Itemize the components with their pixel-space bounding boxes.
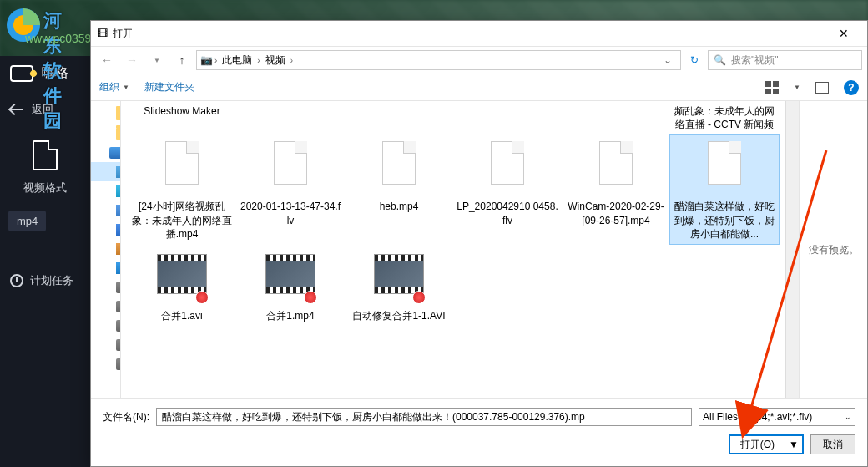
dialog-toolbar: 组织▼ 新建文件夹 ▼ ?	[91, 74, 867, 101]
dialog-titlebar: 🎞 打开 ✕	[91, 21, 867, 46]
help-button[interactable]: ?	[844, 80, 859, 95]
file-item[interactable]	[236, 104, 345, 135]
folder-tree[interactable]: 新建文件夹 (3)桌面此电脑视频图片文档下载音乐桌面本地磁盘 (C:)软件 (D…	[91, 101, 121, 398]
clock-icon	[10, 274, 23, 287]
tree-item[interactable]: 新加卷 (G:)	[91, 354, 121, 373]
file-item[interactable]: 醋溜白菜这样做，好吃到爆，还特别下饭，厨房小白都能做...	[670, 135, 779, 244]
film-icon: 🎞	[98, 28, 108, 39]
tree-item[interactable]: 软件 (D:)	[91, 297, 121, 316]
file-item[interactable]: 合并1.avi	[128, 244, 236, 326]
nav-up-button[interactable]: ↑	[171, 50, 193, 70]
refresh-button[interactable]: ↻	[684, 54, 704, 66]
filename-input[interactable]	[156, 408, 692, 426]
nav-recent-button[interactable]: ▼	[146, 50, 168, 70]
view-options-button[interactable]	[765, 81, 779, 94]
dialog-footer: 文件名(N): All Files(*.mp4;*.avi;*.flv)⌄ 打开…	[91, 398, 867, 466]
file-item[interactable]: 合并1.mp4	[236, 244, 345, 326]
chevron-down-icon[interactable]: ▼	[794, 84, 800, 91]
filename-label: 文件名(N):	[103, 410, 149, 424]
crumb-videos[interactable]: 视频	[262, 52, 289, 69]
nav-forward-button: →	[121, 50, 143, 70]
tree-item[interactable]: 文档	[91, 201, 121, 220]
scrollbar[interactable]	[785, 101, 799, 398]
dialog-nav: ← → ▼ ↑ 📷 › 此电脑 › 视频 › ⌄ ↻ 🔍 搜索"视频"	[91, 46, 867, 74]
tree-item[interactable]: 桌面	[91, 124, 121, 143]
search-icon: 🔍	[714, 54, 726, 66]
open-button[interactable]: 打开(O) ▼	[729, 434, 804, 454]
tree-item[interactable]: 新加卷 (F:)	[91, 335, 121, 354]
close-button[interactable]: ✕	[827, 27, 860, 40]
new-folder-button[interactable]: 新建文件夹	[144, 80, 194, 94]
file-item[interactable]: [24小时]网络视频乱象：未成年人的网络直播.mp4	[128, 135, 236, 244]
tasks-label: 计划任务	[30, 273, 73, 288]
file-item[interactable]	[345, 104, 453, 135]
cancel-button[interactable]: 取消	[810, 434, 855, 454]
tree-item[interactable]: 此电脑	[91, 143, 120, 162]
preview-toggle-button[interactable]	[815, 82, 829, 94]
open-file-dialog: 🎞 打开 ✕ ← → ▼ ↑ 📷 › 此电脑 › 视频 › ⌄ ↻ 🔍 搜索"视…	[90, 20, 868, 467]
tree-item[interactable]: 视频	[91, 162, 121, 181]
file-item[interactable]: WinCam-2020-02-29-[09-26-57].mp4	[562, 135, 670, 244]
search-input[interactable]: 🔍 搜索"视频"	[708, 50, 862, 70]
file-item[interactable]: LP_2020042910 0458.flv	[453, 135, 562, 244]
file-item[interactable]: 自动修复合并1-1.AVI	[345, 244, 453, 326]
file-item[interactable]: heb.mp4	[345, 135, 453, 244]
crumb-pc[interactable]: 此电脑	[219, 52, 255, 69]
nav-back-button[interactable]: ←	[96, 50, 118, 70]
tree-item[interactable]: 桌面	[91, 258, 121, 277]
search-placeholder: 搜索"视频"	[731, 53, 779, 68]
chevron-down-icon[interactable]: ⌄	[659, 54, 677, 66]
organize-button[interactable]: 组织▼	[99, 80, 129, 94]
app-logo-icon	[10, 65, 33, 82]
tree-item[interactable]: 本地磁盘 (C:)	[91, 277, 121, 297]
file-item[interactable]	[562, 104, 670, 135]
breadcrumb[interactable]: 📷 › 此电脑 › 视频 › ⌄	[196, 50, 681, 70]
tree-item[interactable]: 音乐	[91, 239, 121, 258]
dialog-title: 打开	[113, 27, 133, 41]
tree-item[interactable]: 备份[勿删] (E:)	[91, 316, 121, 335]
tree-item[interactable]: 图片	[91, 181, 121, 201]
file-format-icon	[33, 140, 58, 170]
file-item[interactable]: 2020-01-13-13-47-34.flv	[236, 135, 345, 244]
filter-select[interactable]: All Files(*.mp4;*.avi;*.flv)⌄	[699, 408, 855, 426]
scheduled-tasks-button[interactable]: 计划任务	[0, 260, 90, 302]
file-item[interactable]: Slideshow Maker	[128, 104, 236, 135]
watermark-site: 河东软件园	[43, 8, 62, 134]
file-list[interactable]: Slideshow Maker频乱象：未成年人的网络直播 - CCTV 新闻频[…	[121, 101, 785, 398]
file-item[interactable]: 频乱象：未成年人的网络直播 - CCTV 新闻频	[670, 104, 779, 135]
tree-item[interactable]: 下载	[91, 220, 121, 239]
tree-item[interactable]: 新建文件夹 (3)	[91, 104, 121, 124]
pc-icon	[109, 147, 121, 159]
preview-pane: 没有预览。	[799, 101, 867, 398]
file-item[interactable]	[453, 104, 562, 135]
open-split-button[interactable]: ▼	[785, 439, 802, 450]
camera-icon: 📷	[200, 54, 213, 66]
format-mp4-button[interactable]: mp4	[8, 211, 46, 231]
arrow-left-icon	[10, 109, 23, 110]
format-label: 视频格式	[0, 175, 90, 201]
